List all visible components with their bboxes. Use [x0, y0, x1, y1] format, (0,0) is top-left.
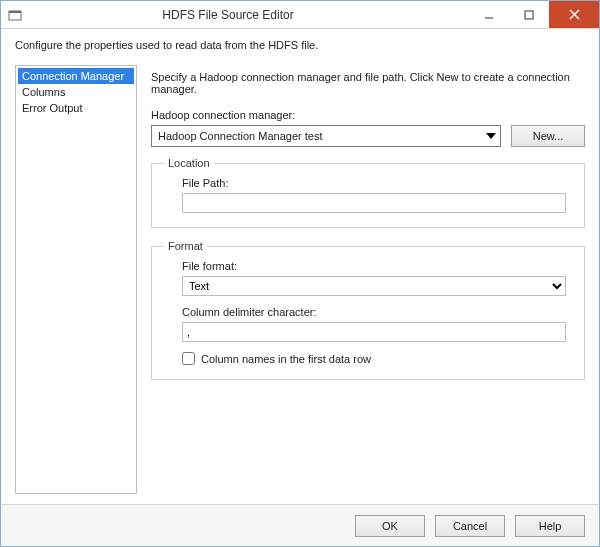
app-icon: [7, 7, 23, 23]
svg-line-5: [570, 10, 579, 19]
file-format-select[interactable]: Text: [182, 276, 566, 296]
cancel-button[interactable]: Cancel: [435, 515, 505, 537]
format-legend: Format: [164, 240, 207, 252]
svg-rect-3: [525, 11, 533, 19]
location-group: Location File Path:: [151, 157, 585, 228]
svg-rect-1: [9, 11, 21, 13]
hcm-dropdown[interactable]: Hadoop Connection Manager test: [151, 125, 501, 147]
delimiter-label: Column delimiter character:: [182, 306, 566, 318]
location-legend: Location: [164, 157, 214, 169]
nav-item-connection-manager[interactable]: Connection Manager: [18, 68, 134, 84]
file-path-input[interactable]: [182, 193, 566, 213]
close-button[interactable]: [549, 1, 599, 28]
instruction-text: Specify a Hadoop connection manager and …: [151, 71, 585, 95]
first-row-checkbox[interactable]: [182, 352, 195, 365]
help-button[interactable]: Help: [515, 515, 585, 537]
main-panel: Specify a Hadoop connection manager and …: [151, 65, 585, 494]
ok-button[interactable]: OK: [355, 515, 425, 537]
first-row-label: Column names in the first data row: [201, 353, 371, 365]
titlebar: HDFS File Source Editor: [1, 1, 599, 29]
minimize-button[interactable]: [469, 1, 509, 28]
file-format-label: File format:: [182, 260, 566, 272]
delimiter-input[interactable]: [182, 322, 566, 342]
dialog-footer: OK Cancel Help: [1, 504, 599, 546]
hcm-label: Hadoop connection manager:: [151, 109, 585, 121]
window-controls: [469, 1, 599, 28]
header-description: Configure the properties used to read da…: [1, 29, 599, 65]
format-group: Format File format: Text Column delimite…: [151, 240, 585, 380]
chevron-down-icon: [486, 133, 496, 139]
nav-item-columns[interactable]: Columns: [18, 84, 134, 100]
dialog-window: HDFS File Source Editor Configure the pr…: [0, 0, 600, 547]
maximize-button[interactable]: [509, 1, 549, 28]
nav-item-error-output[interactable]: Error Output: [18, 100, 134, 116]
new-button[interactable]: New...: [511, 125, 585, 147]
dialog-body: Connection Manager Columns Error Output …: [1, 65, 599, 504]
hcm-dropdown-value: Hadoop Connection Manager test: [158, 130, 323, 142]
file-path-label: File Path:: [182, 177, 566, 189]
svg-line-4: [570, 10, 579, 19]
nav-list: Connection Manager Columns Error Output: [15, 65, 137, 494]
window-title: HDFS File Source Editor: [27, 8, 429, 22]
